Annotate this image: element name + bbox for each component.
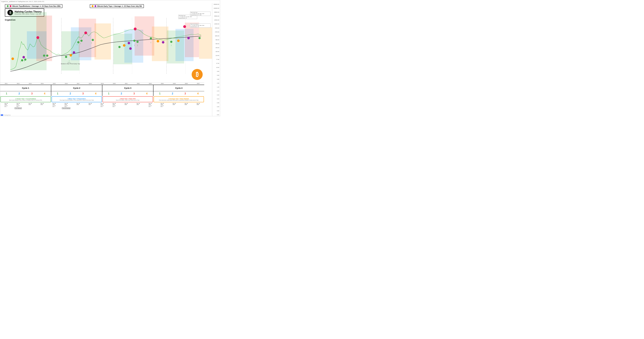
date-col-6: Nov 282016 [72, 103, 84, 105]
c3-y2: 2 [121, 92, 122, 95]
date-col-8: Nov 282018 July 9th,2019 [96, 103, 108, 107]
y-20500: 20500.00 [212, 19, 220, 21]
desc-orange-sub: Price becomes undervalued and enters a d… [159, 100, 198, 101]
svg-text:↑: ↑ [91, 42, 92, 44]
x-label-2027: 2027 [192, 83, 204, 84]
svg-point-33 [183, 25, 186, 28]
c4-y4: 4 [197, 92, 198, 95]
y-330: 3.30 [212, 78, 220, 80]
cycle4-nums: 1 2 3 4 [154, 91, 204, 96]
svg-point-18 [84, 31, 87, 34]
date-col-14: Nov 282024 [168, 103, 180, 105]
y-12500: 12500.00 [212, 23, 220, 25]
date-col-0: Nov 282010 July 9th,2011 [0, 103, 12, 107]
y-960: 960.00 [212, 39, 220, 40]
svg-point-22 [128, 42, 130, 44]
y-550: 5.50 [212, 75, 220, 76]
c2-y3: 3 [82, 92, 84, 95]
c2-y2: 2 [70, 92, 71, 95]
svg-point-27 [150, 37, 152, 39]
y-345: 345.00 [212, 47, 220, 48]
x-label-2011: 2011 [0, 83, 12, 84]
desc-blue: 2 Blue Year = Preparation Time Spent Aro… [52, 96, 102, 102]
desc-red: 3 Red Year = New ATH New ATHs Made | Cyc… [102, 96, 153, 102]
date-col-2: Nov 282012 [24, 103, 36, 105]
desc-red-sub: New ATHs Made | Cycle Top Comes end of Y… [116, 100, 140, 101]
svg-point-24 [136, 41, 139, 43]
y-98000: 98000.00 [212, 11, 220, 13]
desc-orange-title: 4 Orange Year = Bear Market [168, 98, 189, 100]
svg-text:↑: ↑ [24, 60, 25, 62]
svg-text:↑: ↑ [20, 60, 21, 63]
c1-y3: 3 [31, 92, 32, 95]
svg-text:↑: ↑ [137, 44, 138, 47]
y-58500: 58500.00 [212, 15, 220, 17]
desc-orange: 4 Orange Year = Bear Market Price become… [154, 96, 204, 102]
svg-text:↑: ↑ [170, 44, 172, 47]
y-125: 125.00 [212, 55, 220, 56]
x-label-2023: 2023 [144, 83, 156, 84]
c4-y1: 1 [159, 92, 160, 95]
c1-y2: 2 [18, 92, 20, 95]
y-200: 2.00 [212, 82, 220, 84]
svg-point-14 [70, 54, 72, 56]
y-1600: 1600.00 [212, 35, 220, 37]
svg-text:↑: ↑ [134, 44, 135, 47]
date-col-13: Nov 282023 July 9th,2024 [156, 103, 168, 107]
cycle-boxes: Cycle 1 Cycle 2 Cycle 3 Cycle 4 [0, 85, 204, 91]
c2-y4: 4 [95, 92, 96, 95]
y-axis: 260000.00 160000.00 98000.00 58500.00 20… [212, 3, 220, 116]
svg-point-32 [187, 37, 190, 39]
y-2700: 2700.00 [212, 31, 220, 33]
date-labels: Nov 282010 July 9th,2011 Nov 282011 July… [0, 103, 204, 108]
c1-y1: 1 [6, 92, 7, 95]
x-label-2022: 2022 [132, 83, 144, 84]
c3-y1: 1 [108, 92, 110, 95]
svg-point-12 [46, 54, 48, 57]
desc-boxes: 1 Green Year = Accumulation Best Cycle B… [0, 96, 204, 103]
y-001: 0.01 [212, 114, 220, 115]
svg-point-8 [21, 59, 23, 61]
svg-point-16 [77, 41, 80, 43]
svg-point-6 [12, 57, 14, 60]
svg-point-34 [198, 37, 200, 39]
next-cycle-bottom-note: Next Cycle Bottom ≈+/- 21 days from Nov … [190, 23, 210, 28]
y-77: 77.00 [212, 59, 220, 60]
chart-area: Bitcoin Tops/Bottoms = Average +/- 21 Da… [0, 3, 212, 116]
y-008: 0.08 [212, 102, 220, 103]
svg-point-28 [157, 40, 159, 42]
date-col-7: Nov 282017 [84, 103, 96, 105]
c3-y3: 3 [133, 92, 135, 95]
desc-red-title: 3 Red Year = New ATH [120, 98, 136, 100]
desc-green-sub: Best Cycle Buying Prices | Return to Med… [9, 100, 42, 101]
c3-y4: 4 [146, 92, 148, 95]
cycle1-nums: 1 2 3 4 [0, 91, 51, 96]
y-070: 0.70 [212, 90, 220, 92]
y-002: 0.02 [212, 110, 220, 111]
svg-point-10 [36, 36, 39, 39]
svg-point-26 [129, 47, 132, 50]
svg-point-21 [123, 44, 126, 47]
cycle3-label: Cycle 3 [124, 87, 132, 89]
x-label-2014: 2014 [36, 83, 48, 84]
y-205: 205.00 [212, 51, 220, 52]
svg-point-23 [133, 39, 136, 42]
cycle4-label: Cycle 4 [175, 87, 182, 89]
desc-blue-title: 2 Blue Year = Preparation [68, 98, 86, 100]
x-label-2026: 2026 [180, 83, 192, 84]
desc-green-title: 1 Green Year = Accumulation [16, 98, 36, 100]
y-950: 9.50 [212, 71, 220, 72]
svg-point-15 [73, 51, 75, 54]
svg-point-19 [92, 39, 94, 41]
x-label-2012: 2012 [12, 83, 24, 84]
x-label-2024: 2024 [156, 83, 168, 84]
svg-point-30 [170, 41, 172, 43]
date-col-9: Nov 282019 July 9th,2020 [108, 103, 120, 107]
y-27: 27.00 [212, 63, 220, 64]
x-axis: 2011 2012 2013 2014 2015 2016 2017 2018 … [0, 82, 204, 85]
publisher-label: CryptoCon_ published on TradingView.com,… [1, 1, 44, 2]
svg-text:↑: ↑ [76, 43, 78, 46]
cycle2-label: Cycle 2 [73, 87, 80, 89]
btc-logo: ₿ [192, 69, 203, 80]
x-label-2025: 2025 [168, 83, 180, 84]
